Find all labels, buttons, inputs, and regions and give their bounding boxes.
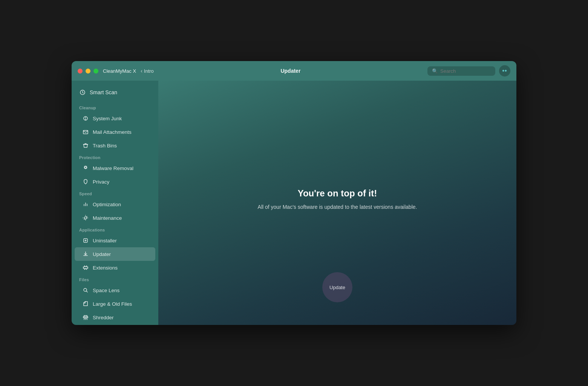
- uninstaller-icon: [82, 237, 89, 244]
- extensions-label: Extensions: [93, 265, 118, 271]
- section-label-protection: Protection: [72, 152, 158, 161]
- malware-removal-label: Malware Removal: [93, 165, 133, 171]
- sidebar-item-optimization[interactable]: Optimization: [75, 198, 155, 211]
- titlebar-right: 🔍 ••: [427, 65, 510, 77]
- sidebar-item-trash-bins[interactable]: Trash Bins: [75, 139, 155, 152]
- smart-scan-icon: [79, 89, 86, 96]
- back-arrow-icon: ‹: [141, 68, 142, 74]
- mail-attachments-label: Mail Attachments: [93, 129, 132, 135]
- more-dots-icon: ••: [502, 67, 507, 74]
- system-junk-icon: [82, 115, 89, 122]
- optimization-label: Optimization: [93, 202, 121, 207]
- search-box[interactable]: 🔍: [427, 66, 495, 76]
- sidebar-item-mail-attachments[interactable]: Mail Attachments: [75, 125, 155, 139]
- app-name: CleanMyMac X: [103, 68, 136, 74]
- shredder-label: Shredder: [93, 315, 114, 320]
- main-headline: You're on top of it!: [258, 188, 417, 199]
- trash-bins-label: Trash Bins: [93, 143, 117, 149]
- update-button[interactable]: Update: [322, 272, 352, 302]
- titlebar: CleanMyMac X ‹ Intro Updater 🔍 ••: [72, 61, 516, 81]
- smart-scan-label: Smart Scan: [90, 89, 117, 95]
- space-lens-icon: [82, 287, 89, 294]
- nav-back-label: Intro: [144, 68, 154, 74]
- section-label-files: Files: [72, 274, 158, 283]
- update-btn-container: Update: [158, 272, 516, 302]
- privacy-icon: [82, 178, 89, 185]
- sidebar-item-large-old-files[interactable]: Large & Old Files: [75, 297, 155, 311]
- optimization-icon: [82, 201, 89, 208]
- sidebar-item-malware-removal[interactable]: Malware Removal: [75, 161, 155, 175]
- uninstaller-label: Uninstaller: [93, 238, 117, 244]
- sidebar-item-smart-scan[interactable]: Smart Scan: [72, 85, 158, 100]
- maintenance-icon: [82, 214, 89, 221]
- system-junk-label: System Junk: [93, 116, 122, 121]
- sidebar-item-updater[interactable]: Updater: [75, 247, 155, 261]
- malware-icon: [82, 165, 89, 172]
- mail-icon: [82, 129, 89, 135]
- space-lens-label: Space Lens: [93, 288, 119, 293]
- sidebar-item-maintenance[interactable]: Maintenance: [75, 211, 155, 225]
- window-title: Updater: [280, 68, 300, 74]
- extensions-icon: [82, 264, 89, 271]
- section-label-applications: Applications: [72, 225, 158, 234]
- sidebar-item-extensions[interactable]: Extensions: [75, 261, 155, 274]
- shredder-icon: [82, 314, 89, 321]
- large-files-icon: [82, 300, 89, 307]
- maximize-button[interactable]: [93, 69, 98, 74]
- titlebar-center: Updater: [154, 68, 427, 74]
- sidebar-item-shredder[interactable]: Shredder: [75, 311, 155, 324]
- updater-icon: [82, 251, 89, 257]
- sidebar-item-uninstaller[interactable]: Uninstaller: [75, 234, 155, 247]
- close-button[interactable]: [78, 69, 83, 74]
- svg-point-2: [86, 119, 86, 120]
- large-old-files-label: Large & Old Files: [93, 301, 132, 307]
- traffic-lights: [78, 69, 98, 74]
- main-subtext: All of your Mac's software is updated to…: [258, 204, 417, 210]
- trash-icon: [82, 142, 89, 149]
- sidebar-item-privacy[interactable]: Privacy: [75, 175, 155, 188]
- sidebar: Smart Scan Cleanup System Junk: [72, 81, 158, 325]
- section-label-cleanup: Cleanup: [72, 103, 158, 112]
- main-message: You're on top of it! All of your Mac's s…: [258, 188, 417, 210]
- updater-label: Updater: [93, 251, 111, 257]
- app-window: CleanMyMac X ‹ Intro Updater 🔍 ••: [72, 61, 516, 325]
- sidebar-item-system-junk[interactable]: System Junk: [75, 112, 155, 125]
- window-body: Smart Scan Cleanup System Junk: [72, 81, 516, 325]
- search-input[interactable]: [440, 68, 485, 74]
- maintenance-label: Maintenance: [93, 215, 122, 221]
- search-icon: 🔍: [432, 68, 438, 74]
- section-label-speed: Speed: [72, 188, 158, 198]
- nav-back[interactable]: ‹ Intro: [141, 68, 154, 74]
- main-content: You're on top of it! All of your Mac's s…: [158, 81, 516, 325]
- privacy-label: Privacy: [93, 179, 109, 185]
- more-options-button[interactable]: ••: [499, 65, 510, 77]
- sidebar-item-space-lens[interactable]: Space Lens: [75, 283, 155, 297]
- minimize-button[interactable]: [86, 69, 90, 74]
